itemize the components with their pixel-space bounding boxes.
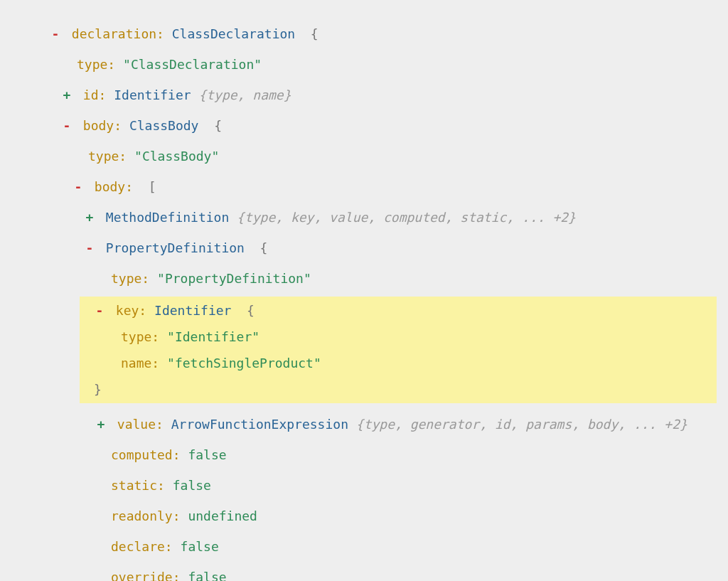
highlighted-node: - key: Identifier { type: "Identifier" n… — [80, 297, 717, 403]
expand-icon[interactable]: + — [61, 85, 73, 105]
prop-value: false — [173, 478, 211, 493]
collapse-icon[interactable]: - — [94, 301, 105, 320]
type-name: PropertyDefinition — [106, 240, 245, 255]
prop-override: override: false — [84, 567, 728, 581]
prop-key: id — [83, 87, 99, 102]
brace-open: { — [311, 26, 318, 41]
node-property-definition[interactable]: - PropertyDefinition { type: "PropertyDe… — [73, 238, 728, 581]
brace-close: } — [94, 382, 102, 397]
type-name: ClassDeclaration — [172, 26, 295, 41]
prop-key: readonly — [111, 508, 173, 523]
expand-icon[interactable]: + — [84, 208, 95, 227]
prop-key: declare — [111, 539, 165, 554]
prop-key: type — [77, 57, 107, 72]
prop-computed: computed: false — [84, 445, 728, 464]
prop-value: "fetchSingleProduct" — [167, 356, 321, 371]
bracket-open: [ — [149, 179, 156, 194]
prop-static: static: false — [84, 476, 728, 495]
prop-readonly: readonly: undefined — [84, 506, 728, 526]
node-key[interactable]: - key: Identifier { type: "Identifier" n… — [94, 301, 712, 373]
prop-key: body — [83, 118, 114, 133]
collapsed-summary: {type, name} — [198, 87, 291, 102]
prop-value: undefined — [188, 508, 257, 523]
prop-key: name — [121, 356, 151, 371]
type-name: MethodDefinition — [106, 210, 229, 225]
prop-key: declaration — [72, 26, 156, 41]
node-declaration[interactable]: - declaration: ClassDeclaration { type: … — [0, 24, 728, 581]
collapse-icon[interactable]: - — [84, 238, 95, 257]
collapse-icon[interactable]: - — [50, 24, 61, 43]
prop-value: "Identifier" — [167, 329, 259, 344]
node-body[interactable]: - body: ClassBody { type: "ClassBody" - … — [50, 116, 728, 581]
prop-type: type: "PropertyDefinition" — [84, 269, 728, 288]
prop-declare: declare: false — [84, 537, 728, 556]
prop-value: false — [181, 539, 219, 554]
prop-type: type: "ClassDeclaration" — [50, 55, 728, 74]
brace-open: { — [247, 303, 255, 318]
prop-value: "PropertyDefinition" — [157, 271, 311, 286]
collapse-icon[interactable]: - — [61, 116, 73, 135]
brace-close-line: } — [94, 380, 712, 399]
prop-value: "ClassBody" — [134, 149, 219, 164]
prop-key: key — [116, 303, 139, 318]
type-name: Identifier — [114, 87, 191, 102]
prop-key: type — [121, 329, 151, 344]
prop-name: name: "fetchSingleProduct" — [94, 353, 712, 373]
prop-key: computed — [111, 447, 173, 462]
prop-key: static — [111, 478, 157, 493]
collapsed-summary: {type, generator, id, params, body, ... … — [356, 417, 687, 432]
node-value[interactable]: + value: ArrowFunctionExpression {type, … — [84, 415, 728, 434]
prop-type: type: "Identifier" — [94, 327, 712, 346]
type-name: ClassBody — [129, 118, 199, 133]
ast-tree: - declaration: ClassDeclaration { type: … — [0, 0, 728, 581]
prop-value: false — [188, 447, 226, 462]
prop-key: override — [111, 570, 173, 581]
node-method-definition[interactable]: + MethodDefinition {type, key, value, co… — [73, 208, 728, 227]
node-body-array[interactable]: - body: [ + MethodDefinition {type, key,… — [61, 177, 728, 581]
brace-open: { — [214, 118, 222, 133]
prop-key: type — [111, 271, 141, 286]
type-name: ArrowFunctionExpression — [171, 417, 348, 432]
node-id[interactable]: + id: Identifier {type, name} — [50, 85, 728, 105]
type-name: Identifier — [154, 303, 231, 318]
expand-icon[interactable]: + — [95, 415, 107, 434]
prop-value: false — [188, 570, 226, 581]
collapse-icon[interactable]: - — [73, 177, 84, 196]
prop-type: type: "ClassBody" — [61, 146, 728, 166]
prop-key: body — [95, 179, 125, 194]
collapsed-summary: {type, key, value, computed, static, ...… — [237, 210, 576, 225]
prop-key: value — [117, 417, 156, 432]
prop-key: type — [88, 149, 119, 164]
brace-open: { — [260, 240, 268, 255]
prop-value: "ClassDeclaration" — [123, 57, 262, 72]
